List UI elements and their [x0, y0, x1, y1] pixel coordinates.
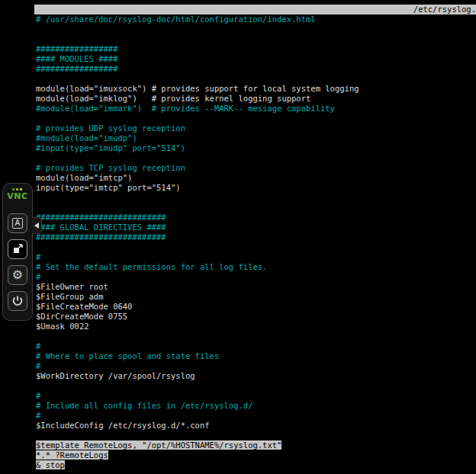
editor-line: input(type="imtcp" port="514"): [36, 183, 476, 193]
editor-line: $template RemoteLogs, "/opt/%HOSTNAME%/r…: [36, 440, 476, 450]
power-button[interactable]: [8, 291, 27, 311]
editor-line: [36, 24, 476, 34]
drag-viewport-button[interactable]: [8, 239, 27, 259]
novnc-logo-text: VNC: [7, 191, 27, 201]
editor-line: [36, 193, 476, 203]
editor-line: #: [36, 391, 476, 401]
editor-line: # Set the default permissions for all lo…: [36, 262, 476, 272]
settings-button[interactable]: ⚙: [8, 265, 27, 285]
editor-line: #: [36, 341, 476, 351]
editor-line: ###########################: [36, 213, 476, 223]
drag-icon: [11, 243, 24, 255]
editor-line: [36, 203, 476, 213]
novnc-logo-dots-icon: [12, 188, 22, 191]
nano-titlebar: GNU nano 7.2 /etc/rsyslog.: [34, 5, 476, 14]
novnc-control-bar: VNC A ⚙: [2, 183, 33, 321]
editor-line: # provides TCP syslog reception: [36, 163, 476, 173]
editor-line: & stop: [36, 460, 476, 470]
editor-line: [36, 114, 476, 123]
editor-line: $Umask 0022: [36, 322, 476, 331]
file-path: /etc/rsyslog.: [413, 5, 476, 14]
editor-line: [36, 242, 476, 252]
editor-line: #### GLOBAL DIRECTIVES ####: [36, 223, 476, 232]
editor-line: #module(load="immark") # provides --MARK…: [36, 104, 476, 114]
control-bar-handle[interactable]: [32, 217, 42, 234]
power-icon: [11, 295, 24, 307]
editor-line: module(load="imuxsock") # provides suppo…: [36, 84, 476, 94]
editor-line: [36, 381, 476, 391]
editor-line: #: [36, 411, 476, 421]
editor-line: [36, 153, 476, 163]
editor-line: #module(load="imudp"): [36, 133, 476, 143]
keyboard-a-icon: A: [12, 218, 24, 229]
editor-line: #: [36, 361, 476, 371]
editor-line: [36, 331, 476, 341]
editor-line: module(load="imtcp"): [36, 173, 476, 183]
editor-line: $IncludeConfig /etc/rsyslog.d/*.conf: [36, 421, 476, 431]
novnc-logo: VNC: [7, 188, 27, 201]
keyboard-button[interactable]: A: [8, 213, 27, 233]
editor-line: *.* ?RemoteLogs: [36, 450, 476, 460]
editor-line: ###########################: [36, 232, 476, 242]
editor-line: #################: [36, 64, 476, 74]
editor-line: $FileGroup adm: [36, 292, 476, 302]
editor-line: #: [36, 252, 476, 262]
editor-line: #: [36, 272, 476, 282]
editor-line: $DirCreateMode 0755: [36, 312, 476, 322]
collapse-arrow-icon: [34, 223, 39, 229]
editor-line: #################: [36, 44, 476, 54]
editor-line: $FileCreateMode 0640: [36, 302, 476, 312]
editor-buffer[interactable]: # /usr/share/doc/rsyslog-doc/html/config…: [34, 14, 476, 470]
editor-line: #input(type="imudp" port="514"): [36, 143, 476, 153]
editor-line: # /usr/share/doc/rsyslog-doc/html/config…: [36, 14, 476, 24]
editor-line: # provides UDP syslog reception: [36, 123, 476, 133]
editor-line: #### MODULES ####: [36, 54, 476, 64]
editor-line: [36, 74, 476, 84]
editor-line: module(load="imklog") # provides kernel …: [36, 94, 476, 104]
gear-icon: ⚙: [12, 269, 23, 281]
editor-line: # Where to place spool and state files: [36, 351, 476, 361]
editor-line: $WorkDirectory /var/spool/rsyslog: [36, 371, 476, 381]
terminal-window[interactable]: GNU nano 7.2 /etc/rsyslog. # /usr/share/…: [34, 0, 476, 474]
editor-line: $FileOwner root: [36, 282, 476, 292]
editor-line: [36, 431, 476, 440]
editor-line: [36, 34, 476, 44]
editor-line: # Include all config files in /etc/rsysl…: [36, 401, 476, 411]
